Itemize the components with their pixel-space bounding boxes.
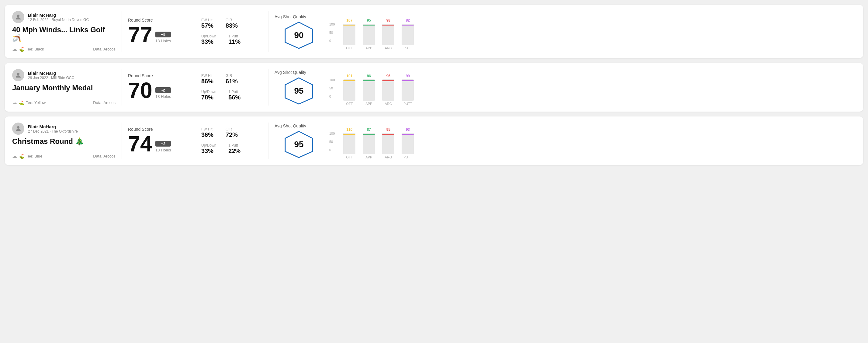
- oneputt-stat: 1 Putt 11%: [228, 34, 241, 45]
- round-title: 40 Mph Winds... Links Golf 🪃: [12, 26, 116, 42]
- avatar: [12, 11, 24, 23]
- tee-label: Tee: Yellow: [26, 100, 45, 105]
- gir-stat: GIR 83%: [225, 18, 238, 29]
- data-source: Data: Arccos: [93, 154, 116, 158]
- bar-wrapper: [382, 80, 394, 101]
- gir-label: GIR: [225, 73, 238, 78]
- gir-label: GIR: [225, 18, 238, 22]
- bar-label: OTT: [346, 46, 353, 50]
- score-section: Round Score 77 +5 18 Holes: [128, 11, 189, 52]
- bar-group-ott: 110 OTT: [343, 127, 355, 159]
- updown-stat: Up/Down 78%: [201, 90, 216, 101]
- oneputt-value: 11%: [228, 38, 241, 45]
- gir-value: 83%: [225, 22, 238, 29]
- fw-hit-stat: FW Hit 36%: [201, 127, 213, 138]
- bar-indicator: [402, 134, 414, 135]
- divider: [268, 69, 269, 105]
- stats-section: FW Hit 86% GIR 61% Up/Down 78% 1 Putt 56…: [201, 69, 262, 105]
- stats-row-bottom: Up/Down 33% 1 Putt 22%: [201, 143, 262, 154]
- chart-section: 100 50 0 110 OTT 87 APP 95: [323, 123, 856, 159]
- hex-score: 95: [294, 139, 303, 149]
- oneputt-value: 56%: [228, 94, 241, 101]
- bar-group-arg: 95 ARG: [382, 127, 394, 159]
- bar-wrapper: [343, 24, 355, 45]
- bar-group-ott: 101 OTT: [343, 74, 355, 105]
- data-source: Data: Arccos: [93, 100, 116, 105]
- oneputt-label: 1 Putt: [228, 34, 241, 38]
- fw-hit-label: FW Hit: [201, 127, 213, 131]
- score-badge-area: -2 18 Holes: [155, 87, 171, 101]
- fw-hit-label: FW Hit: [201, 73, 213, 78]
- round-title: January Monthly Medal: [12, 84, 116, 92]
- bar-indicator: [382, 25, 394, 26]
- bar-value: 87: [367, 127, 371, 132]
- tee-label: Tee: Black: [26, 47, 44, 52]
- user-meta: 27 Dec 2021 · The Oxfordshire: [28, 129, 78, 133]
- divider: [195, 123, 195, 159]
- bar-indicator: [343, 80, 355, 81]
- bar-bg: [382, 26, 394, 45]
- bar-wrapper: [382, 133, 394, 154]
- tee-label: Tee: Blue: [26, 154, 42, 158]
- updown-label: Up/Down: [201, 34, 216, 38]
- bar-wrapper: [343, 80, 355, 101]
- quality-section: Avg Shot Quality 90: [275, 11, 323, 52]
- score-badge-area: +5 18 Holes: [155, 32, 171, 45]
- user-row: Blair McHarg 12 Feb 2022 · Royal North D…: [12, 11, 116, 23]
- chart-section: 100 50 0 101 OTT 86 APP 96: [323, 69, 856, 105]
- holes-text: 18 Holes: [155, 94, 171, 99]
- bar-group-arg: 98 ARG: [382, 18, 394, 50]
- svg-point-0: [17, 14, 20, 17]
- round-left-section: Blair McHarg 29 Jan 2022 · Mill Ride GCC…: [12, 69, 116, 105]
- bar-bg: [343, 133, 355, 154]
- bar-bg: [382, 82, 394, 101]
- chart-section: 100 50 0 107 OTT 95 APP 98: [323, 11, 856, 52]
- updown-value: 33%: [201, 38, 216, 45]
- hex-score: 95: [294, 86, 303, 96]
- svg-point-2: [17, 73, 20, 75]
- bar-group-app: 86 APP: [363, 74, 375, 105]
- stats-row-top: FW Hit 36% GIR 72%: [201, 127, 262, 138]
- score-section: Round Score 70 -2 18 Holes: [128, 69, 189, 105]
- divider: [122, 69, 122, 105]
- bar-wrapper: [363, 80, 375, 101]
- bar-label: OTT: [346, 155, 353, 159]
- score-badge: +5: [155, 32, 171, 37]
- user-meta: 29 Jan 2022 · Mill Ride GCC: [28, 76, 74, 80]
- svg-point-4: [17, 126, 20, 129]
- bar-bg: [402, 82, 414, 101]
- user-row: Blair McHarg 29 Jan 2022 · Mill Ride GCC: [12, 69, 116, 81]
- holes-text: 18 Holes: [155, 148, 171, 152]
- bar-value: 110: [346, 127, 352, 132]
- bar-wrapper: [402, 133, 414, 154]
- bar-group-app: 87 APP: [363, 127, 375, 159]
- bar-label: APP: [366, 102, 372, 105]
- bottom-row: ☁ ⛳ Tee: Yellow Data: Arccos: [12, 100, 116, 105]
- stats-row-top: FW Hit 86% GIR 61%: [201, 73, 262, 85]
- score-section: Round Score 74 +2 18 Holes: [128, 123, 189, 159]
- divider: [122, 123, 122, 159]
- oneputt-value: 22%: [228, 148, 241, 154]
- bar-value: 96: [386, 74, 391, 78]
- bar-label: ARG: [384, 102, 392, 105]
- stats-row-bottom: Up/Down 78% 1 Putt 56%: [201, 90, 262, 101]
- cloud-icon: ☁: [12, 153, 17, 159]
- y-axis-labels: 100 50 0: [329, 78, 335, 105]
- oneputt-stat: 1 Putt 56%: [228, 90, 241, 101]
- bar-indicator: [402, 25, 414, 26]
- oneputt-stat: 1 Putt 22%: [228, 143, 241, 154]
- stats-row-bottom: Up/Down 33% 1 Putt 11%: [201, 34, 262, 45]
- score-row: 77 +5 18 Holes: [128, 24, 189, 45]
- gir-stat: GIR 61%: [225, 73, 238, 85]
- holes-text: 18 Holes: [155, 39, 171, 43]
- bar-chart: 100 50 0 101 OTT 86 APP 96: [329, 69, 414, 105]
- score-label: Round Score: [128, 127, 189, 132]
- bar-value: 107: [346, 18, 352, 23]
- score-badge-area: +2 18 Holes: [155, 141, 171, 155]
- bar-wrapper: [402, 24, 414, 45]
- bar-bg: [382, 136, 394, 154]
- round-card: Blair McHarg 27 Dec 2021 · The Oxfordshi…: [5, 117, 863, 165]
- bar-bg: [363, 84, 375, 101]
- bar-value: 82: [406, 18, 410, 23]
- score-label: Round Score: [128, 18, 189, 23]
